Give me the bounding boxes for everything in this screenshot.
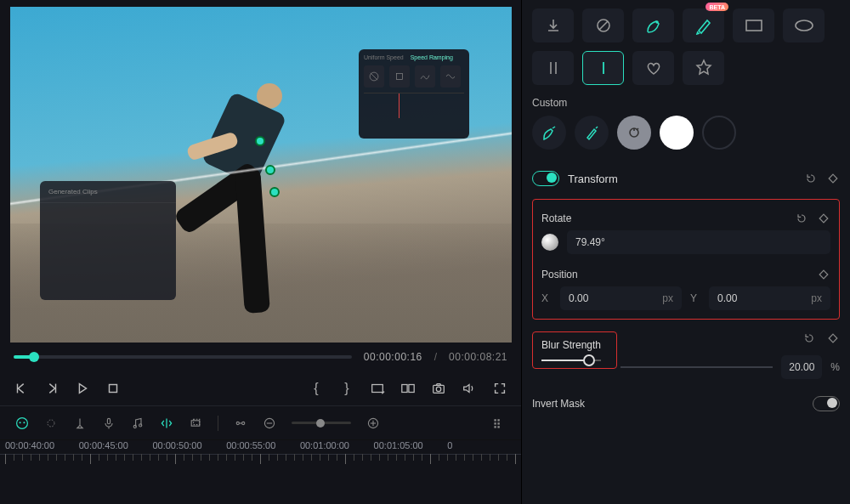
- transform-section-header: Transform: [532, 161, 840, 195]
- svg-point-10: [436, 387, 440, 391]
- x-label: X: [541, 292, 552, 304]
- list-view-icon[interactable]: [492, 416, 506, 430]
- stop-icon[interactable]: [105, 381, 121, 396]
- sparkle-icon[interactable]: [44, 416, 58, 430]
- svg-point-11: [17, 417, 28, 428]
- svg-point-13: [23, 422, 25, 423]
- svg-rect-29: [494, 419, 496, 421]
- svg-point-14: [48, 420, 54, 427]
- svg-rect-38: [746, 20, 762, 31]
- rotate-value-input[interactable]: [567, 230, 830, 254]
- blur-reset-icon[interactable]: [802, 331, 816, 345]
- svg-point-17: [139, 423, 142, 426]
- marker-icon[interactable]: [73, 416, 87, 430]
- ai-icon[interactable]: [15, 416, 29, 430]
- svg-rect-34: [497, 426, 499, 428]
- y-label: Y: [690, 292, 700, 304]
- ratio-icon[interactable]: [370, 381, 385, 396]
- mask-shapes-row1: BETA: [532, 8, 840, 85]
- music-icon[interactable]: [131, 416, 144, 430]
- time-current: 00:00:00:16: [364, 351, 422, 363]
- mask-handle[interactable]: [269, 187, 280, 197]
- shape-ellipse[interactable]: [783, 8, 824, 42]
- timeline-label: 00:00:55:00: [226, 440, 300, 450]
- rotate-knob[interactable]: [541, 234, 558, 251]
- svg-rect-5: [110, 385, 117, 393]
- timeline-label: 00:01:05:00: [374, 440, 448, 450]
- svg-rect-7: [402, 385, 407, 393]
- video-preview[interactable]: Uniform SpeedSpeed Ramping Generated Cli…: [10, 7, 512, 343]
- timeline-label: 00:00:40:00: [5, 440, 79, 450]
- split-icon[interactable]: [160, 416, 173, 430]
- playback-controls: { }: [0, 371, 521, 405]
- custom-preset-white[interactable]: [660, 116, 694, 150]
- shape-pen[interactable]: [632, 8, 674, 42]
- custom-pen-1[interactable]: [532, 116, 566, 150]
- shape-none[interactable]: [582, 8, 624, 42]
- svg-rect-8: [409, 385, 414, 393]
- invert-mask-label: Invert Mask: [532, 398, 804, 410]
- mask-handle[interactable]: [265, 165, 275, 175]
- custom-preset-grey[interactable]: [617, 116, 651, 150]
- blur-unit: %: [830, 361, 840, 373]
- zoom-slider[interactable]: [292, 422, 351, 424]
- keyframe-view-icon[interactable]: [234, 416, 247, 430]
- zoom-in-icon[interactable]: [366, 416, 380, 430]
- position-x-input[interactable]: px: [560, 286, 682, 310]
- mask-handle[interactable]: [255, 136, 265, 146]
- volume-icon[interactable]: [462, 381, 477, 396]
- scrub-bar: 00:00:00:16 / 00:00:08:21: [0, 343, 521, 371]
- shape-heart[interactable]: [632, 51, 674, 85]
- custom-label: Custom: [532, 97, 840, 109]
- svg-rect-6: [372, 385, 383, 393]
- mic-icon[interactable]: [102, 416, 116, 430]
- next-frame-icon[interactable]: [44, 381, 60, 396]
- inspector-panel: BETA Custom Transform Rotate Position: [522, 0, 850, 504]
- timeline-toolbar: [0, 405, 521, 439]
- shape-download[interactable]: [532, 8, 574, 42]
- svg-rect-30: [494, 422, 496, 424]
- rotate-position-group: Rotate Position X px Y px: [532, 199, 840, 320]
- blur-keyframe-icon[interactable]: [826, 331, 840, 345]
- zoom-out-icon[interactable]: [263, 416, 276, 430]
- editor-left-pane: Uniform SpeedSpeed Ramping Generated Cli…: [0, 0, 522, 504]
- shape-star[interactable]: [683, 51, 724, 85]
- svg-rect-33: [497, 422, 499, 424]
- custom-pen-2[interactable]: [575, 116, 609, 150]
- svg-line-1: [371, 73, 377, 80]
- transform-toggle[interactable]: [532, 171, 559, 186]
- svg-rect-2: [397, 74, 403, 80]
- scrub-slider[interactable]: [14, 355, 352, 359]
- rotate-reset-icon[interactable]: [795, 212, 808, 225]
- brace-open-icon[interactable]: {: [309, 381, 324, 396]
- svg-rect-32: [497, 419, 499, 421]
- svg-point-16: [133, 425, 136, 428]
- blur-value-input[interactable]: 20.00: [781, 355, 822, 379]
- fullscreen-icon[interactable]: [492, 381, 507, 396]
- svg-rect-15: [107, 418, 110, 423]
- position-keyframe-icon[interactable]: [817, 268, 830, 281]
- custom-shapes: [532, 116, 840, 150]
- brace-close-icon[interactable]: }: [339, 381, 354, 396]
- blur-slider[interactable]: [541, 360, 601, 361]
- position-y-input[interactable]: px: [709, 286, 830, 310]
- crop-icon[interactable]: [189, 416, 202, 430]
- keyframe-icon[interactable]: [826, 172, 840, 185]
- shape-marker[interactable]: BETA: [683, 8, 724, 42]
- rotate-keyframe-icon[interactable]: [817, 212, 830, 225]
- reset-icon[interactable]: [804, 172, 818, 185]
- play-icon[interactable]: [75, 381, 90, 396]
- prev-frame-icon[interactable]: [14, 381, 29, 396]
- blur-label: Blur Strength: [541, 339, 608, 351]
- svg-rect-20: [194, 419, 200, 424]
- timeline-ruler[interactable]: 00:00:40:0000:00:45:0000:00:50:0000:00:5…: [0, 439, 521, 477]
- position-label: Position: [541, 269, 808, 280]
- compare-icon[interactable]: [400, 381, 416, 396]
- shape-single-line[interactable]: [582, 51, 624, 85]
- blur-slider-extended[interactable]: [620, 366, 773, 368]
- invert-mask-toggle[interactable]: [813, 396, 840, 411]
- snapshot-icon[interactable]: [431, 381, 446, 396]
- custom-preset-empty[interactable]: [702, 116, 736, 150]
- shape-dbl-line[interactable]: [532, 51, 574, 85]
- shape-rect[interactable]: [733, 8, 774, 42]
